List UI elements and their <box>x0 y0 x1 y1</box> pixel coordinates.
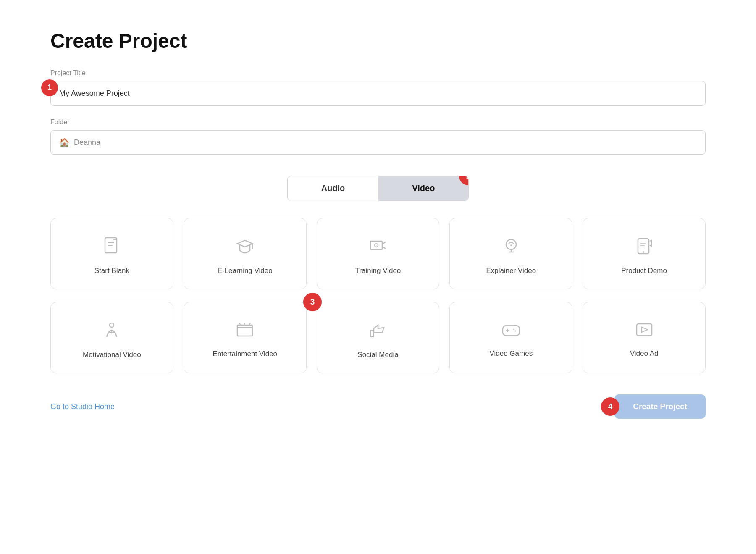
tab-audio[interactable]: Audio <box>288 176 379 201</box>
tab-video[interactable]: Video <box>378 176 468 201</box>
card-explainer-video[interactable]: Explainer Video <box>449 218 572 289</box>
card-social-media[interactable]: Social Media <box>317 302 440 373</box>
svg-point-7 <box>375 244 378 247</box>
svg-rect-32 <box>637 324 652 336</box>
training-icon <box>369 237 387 259</box>
project-title-group: 1 Project Title <box>50 69 706 106</box>
card-product-demo-label: Product Demo <box>621 267 667 275</box>
folder-label: Folder <box>50 118 706 126</box>
home-icon: 🏠 <box>59 137 70 147</box>
go-home-link[interactable]: Go to Studio Home <box>50 402 115 411</box>
video-games-icon <box>501 322 521 342</box>
card-video-ad[interactable]: Video Ad <box>583 302 706 373</box>
step-3-badge: 3 <box>303 293 322 311</box>
cards-row-2-wrapper: 3 Motivational Video <box>50 302 706 373</box>
card-video-games-label: Video Games <box>489 349 533 358</box>
folder-input[interactable]: 🏠 Deanna <box>50 130 706 155</box>
step-4-badge: 4 <box>601 397 620 416</box>
start-blank-icon <box>103 237 120 259</box>
svg-marker-33 <box>642 327 648 332</box>
svg-point-14 <box>643 251 644 253</box>
social-media-icon <box>369 321 387 343</box>
card-elearning-video[interactable]: E-Learning Video <box>184 218 307 289</box>
page-title: Create Project <box>50 29 706 53</box>
entertainment-icon <box>236 322 254 342</box>
card-entertainment-label: Entertainment Video <box>213 350 277 358</box>
tabs-section: Audio Video 2 <box>50 176 706 201</box>
project-title-label: Project Title <box>50 69 706 77</box>
card-video-games[interactable]: Video Games <box>449 302 572 373</box>
svg-rect-4 <box>370 241 382 249</box>
create-project-button[interactable]: Create Project <box>614 394 706 419</box>
card-social-media-label: Social Media <box>357 351 398 359</box>
card-training-label: Training Video <box>355 267 401 275</box>
svg-rect-27 <box>503 326 520 336</box>
cards-row-2: Motivational Video Entertainment Video <box>50 302 706 373</box>
project-title-input[interactable] <box>50 81 706 106</box>
folder-value: Deanna <box>74 138 100 147</box>
svg-line-5 <box>383 242 386 244</box>
card-start-blank-label: Start Blank <box>94 267 129 275</box>
folder-group: Folder 🏠 Deanna <box>50 118 706 155</box>
card-start-blank[interactable]: Start Blank <box>50 218 173 289</box>
cards-row-1: Start Blank E-Learning Video <box>50 218 706 289</box>
card-elearning-label: E-Learning Video <box>218 267 273 275</box>
elearning-icon <box>236 237 254 259</box>
page-container: Create Project 1 Project Title Folder 🏠 … <box>0 0 756 554</box>
svg-point-11 <box>510 244 512 246</box>
create-btn-wrapper: 4 Create Project <box>614 394 706 419</box>
card-motivational-video[interactable]: Motivational Video <box>50 302 173 373</box>
card-video-ad-label: Video Ad <box>630 349 659 358</box>
motivational-icon <box>102 321 121 343</box>
footer-row: Go to Studio Home 4 Create Project <box>50 394 706 419</box>
tab-group: Audio Video 2 <box>287 176 469 201</box>
svg-line-6 <box>383 247 386 249</box>
card-product-demo[interactable]: Product Demo <box>583 218 706 289</box>
card-entertainment-video[interactable]: Entertainment Video <box>184 302 307 373</box>
step-1-badge: 1 <box>41 79 58 96</box>
card-training-video[interactable]: Training Video <box>317 218 440 289</box>
explainer-icon <box>503 237 520 259</box>
svg-rect-21 <box>237 325 252 336</box>
product-demo-icon <box>636 237 652 259</box>
card-motivational-label: Motivational Video <box>83 351 141 359</box>
video-ad-icon <box>635 322 654 342</box>
card-explainer-label: Explainer Video <box>486 267 536 275</box>
svg-point-17 <box>110 323 114 327</box>
